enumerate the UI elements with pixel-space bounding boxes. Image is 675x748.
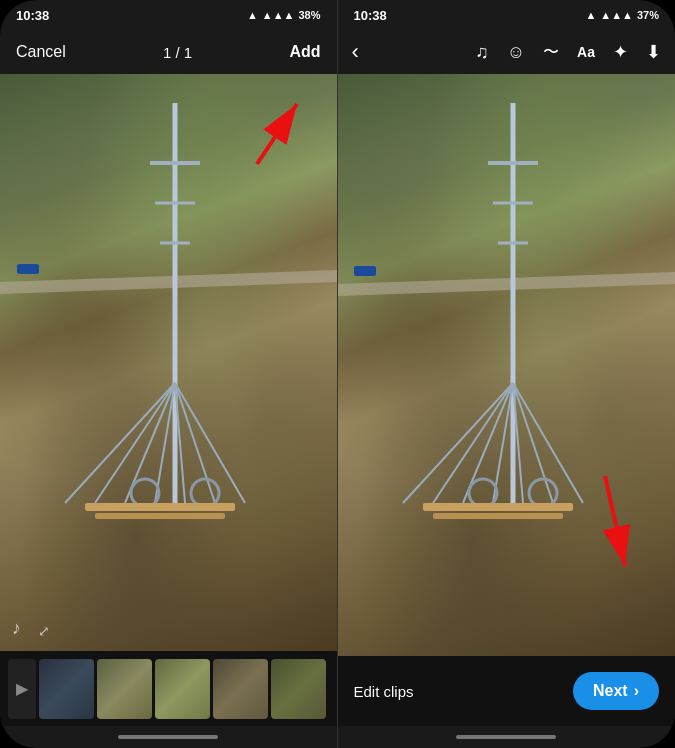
thumb-item-3[interactable] — [155, 659, 210, 719]
video-area-left: ♪ ⤢ — [0, 74, 337, 651]
top-bar-left: Cancel 1 / 1 Add — [0, 30, 337, 74]
next-label: Next — [593, 682, 628, 700]
battery-left: 38% — [298, 9, 320, 21]
top-bar-right: ‹ ♫ ☺ 〜 Aa ✦ ⬇ — [338, 30, 676, 74]
photo-counter: 1 / 1 — [163, 44, 192, 61]
thumb-item-1[interactable] — [39, 659, 94, 719]
thumb-item-0[interactable]: ▶ — [8, 659, 36, 719]
left-phone: 10:38 ▲ ▲▲▲ 38% Cancel 1 / 1 Add — [0, 0, 337, 748]
home-indicator-right — [338, 726, 676, 748]
back-button[interactable]: ‹ — [352, 39, 359, 65]
video-area-right — [338, 74, 676, 656]
svg-rect-30 — [423, 503, 573, 511]
thumb-item-5[interactable] — [271, 659, 326, 719]
signal-icon: ▲▲▲ — [262, 9, 295, 21]
red-arrow-right — [555, 476, 655, 596]
music-tool-icon[interactable]: ♫ — [475, 42, 489, 63]
status-bar-right: 10:38 ▲ ▲▲▲ 37% — [338, 0, 676, 30]
wifi-icon: ▲ — [247, 9, 258, 21]
toolbar-icons: ♫ ☺ 〜 Aa ✦ ⬇ — [475, 41, 661, 63]
status-icons-right: ▲ ▲▲▲ 37% — [585, 9, 659, 21]
cancel-button[interactable]: Cancel — [16, 43, 66, 61]
right-phone: 10:38 ▲ ▲▲▲ 37% ‹ ♫ ☺ 〜 Aa ✦ ⬇ — [338, 0, 676, 748]
svg-rect-13 — [85, 503, 235, 511]
text-tool-icon[interactable]: Aa — [577, 44, 595, 60]
red-arrow-left — [207, 84, 327, 184]
power-line-left — [145, 103, 205, 565]
status-icons-left: ▲ ▲▲▲ 38% — [247, 9, 321, 21]
thumbnail-strip[interactable]: ▶ — [0, 651, 337, 726]
battery-right: 37% — [637, 9, 659, 21]
svg-line-16 — [257, 104, 297, 164]
thumb-item-2[interactable] — [97, 659, 152, 719]
music-icon-left: ♪ — [12, 618, 21, 639]
add-button[interactable]: Add — [289, 43, 320, 61]
svg-rect-31 — [433, 513, 563, 519]
sticker-tool-icon[interactable]: ☺ — [507, 42, 525, 63]
status-bar-left: 10:38 ▲ ▲▲▲ 38% — [0, 0, 337, 30]
draw-tool-icon[interactable]: 〜 — [543, 42, 559, 63]
time-left: 10:38 — [16, 8, 49, 23]
home-bar-left — [118, 735, 218, 739]
svg-line-33 — [605, 476, 625, 566]
vehicle-right — [354, 266, 376, 276]
next-button[interactable]: Next › — [573, 672, 659, 710]
effects-tool-icon[interactable]: ✦ — [613, 41, 628, 63]
time-right: 10:38 — [354, 8, 387, 23]
download-tool-icon[interactable]: ⬇ — [646, 41, 661, 63]
vehicle — [17, 264, 39, 274]
home-indicator-left — [0, 726, 337, 748]
next-chevron: › — [634, 682, 639, 700]
power-line-right — [483, 103, 543, 569]
signal-icon-right: ▲▲▲ — [600, 9, 633, 21]
thumb-item-4[interactable] — [213, 659, 268, 719]
edit-clips-button[interactable]: Edit clips — [354, 683, 414, 700]
wifi-icon-right: ▲ — [585, 9, 596, 21]
bottom-bar-right: Edit clips Next › — [338, 656, 676, 726]
home-bar-right — [456, 735, 556, 739]
svg-rect-14 — [95, 513, 225, 519]
expand-icon-left: ⤢ — [38, 623, 50, 639]
